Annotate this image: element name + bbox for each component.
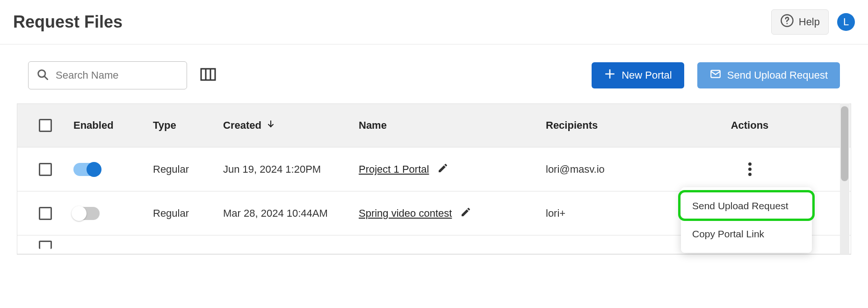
columns-icon <box>200 68 216 83</box>
cell-type: Regular <box>153 207 223 220</box>
new-portal-label: New Portal <box>622 69 672 81</box>
svg-rect-4 <box>201 69 215 80</box>
search-icon <box>36 68 49 83</box>
enabled-toggle[interactable] <box>73 163 100 176</box>
new-portal-button[interactable]: New Portal <box>592 62 684 88</box>
row-actions-menu-button[interactable] <box>745 160 754 179</box>
enabled-toggle[interactable] <box>73 207 100 220</box>
send-upload-request-label: Send Upload Request <box>727 69 828 81</box>
svg-point-1 <box>787 23 788 24</box>
cell-created: Mar 28, 2024 10:44AM <box>223 207 359 220</box>
search-input[interactable] <box>49 69 179 81</box>
cell-created: Jun 19, 2024 1:20PM <box>223 163 359 176</box>
menu-item-copy-portal-link[interactable]: Copy Portal Link <box>681 220 812 248</box>
help-button[interactable]: Help <box>771 9 829 35</box>
svg-line-3 <box>45 77 48 80</box>
portal-name-link[interactable]: Project 1 Portal <box>359 163 429 176</box>
search-wrapper[interactable] <box>28 61 187 89</box>
cell-recipients: lori+ <box>546 207 667 220</box>
svg-point-2 <box>38 70 45 77</box>
avatar-initial: L <box>843 16 849 28</box>
col-created[interactable]: Created <box>223 119 359 132</box>
select-all-checkbox[interactable] <box>39 119 52 132</box>
row-checkbox[interactable] <box>39 241 52 249</box>
row-actions-menu: Send Upload Request Copy Portal Link <box>681 187 812 253</box>
send-upload-request-button[interactable]: Send Upload Request <box>697 62 840 88</box>
edit-icon[interactable] <box>460 206 471 220</box>
table-header-row: Enabled Type Created Name Recipients Act… <box>17 103 851 147</box>
col-actions: Actions <box>667 119 851 132</box>
page-title: Request Files <box>13 12 123 32</box>
avatar[interactable]: L <box>837 13 855 31</box>
mail-icon <box>709 68 722 83</box>
help-icon <box>780 14 794 30</box>
col-created-label: Created <box>223 119 261 132</box>
scrollbar-thumb[interactable] <box>841 106 848 181</box>
row-checkbox[interactable] <box>39 163 52 176</box>
col-type[interactable]: Type <box>153 119 223 132</box>
table-row: Regular Jun 19, 2024 1:20PM Project 1 Po… <box>17 147 851 191</box>
scrollbar-track[interactable] <box>840 103 849 254</box>
plus-icon <box>604 68 616 83</box>
portal-name-link[interactable]: Spring video contest <box>359 207 452 220</box>
col-name[interactable]: Name <box>359 119 546 132</box>
row-checkbox[interactable] <box>39 207 52 220</box>
edit-icon[interactable] <box>437 162 448 176</box>
col-enabled[interactable]: Enabled <box>73 119 153 132</box>
columns-button[interactable] <box>200 67 216 83</box>
cell-type: Regular <box>153 163 223 176</box>
menu-item-send-upload-request[interactable]: Send Upload Request <box>681 192 812 220</box>
help-label: Help <box>799 16 820 28</box>
sort-desc-icon <box>266 119 275 132</box>
cell-recipients: lori@masv.io <box>546 163 667 176</box>
col-recipients[interactable]: Recipients <box>546 119 667 132</box>
